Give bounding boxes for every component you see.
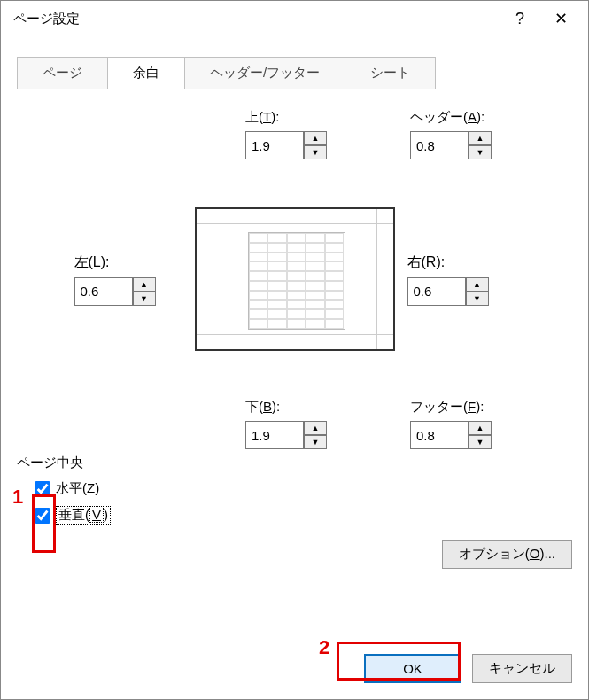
ok-button[interactable]: OK bbox=[364, 654, 461, 683]
bottom-margin-spinner[interactable]: ▲▼ bbox=[245, 421, 327, 449]
tab-sheet[interactable]: シート bbox=[345, 57, 436, 89]
right-margin-input[interactable] bbox=[407, 277, 466, 306]
spin-up-icon[interactable]: ▲ bbox=[469, 421, 492, 435]
spin-down-icon[interactable]: ▼ bbox=[304, 145, 327, 159]
options-button[interactable]: オプション(O)... bbox=[442, 540, 572, 569]
center-vertical-label: 垂直(V) bbox=[56, 506, 111, 525]
center-horizontal-label: 水平(Z) bbox=[56, 480, 99, 497]
preview-grid-icon bbox=[248, 232, 345, 330]
bottom-margin-input[interactable] bbox=[245, 421, 304, 449]
window-title: ページ設定 bbox=[13, 11, 500, 27]
header-margin-spinner[interactable]: ▲▼ bbox=[410, 131, 492, 159]
footer-margin-label: フッター(F): bbox=[410, 399, 492, 416]
tab-margins[interactable]: 余白 bbox=[108, 57, 185, 89]
left-margin-spinner[interactable]: ▲▼ bbox=[74, 277, 156, 306]
right-margin-label: 右(R): bbox=[407, 253, 515, 272]
spin-up-icon[interactable]: ▲ bbox=[133, 277, 156, 292]
margin-preview bbox=[195, 207, 395, 351]
top-margin-spinner[interactable]: ▲▼ bbox=[245, 131, 327, 159]
tab-bar: ページ 余白 ヘッダー/フッター シート bbox=[1, 36, 588, 89]
titlebar: ページ設定 ? ✕ bbox=[1, 1, 588, 36]
spin-down-icon[interactable]: ▼ bbox=[304, 435, 327, 449]
spin-up-icon[interactable]: ▲ bbox=[304, 131, 327, 145]
spin-down-icon[interactable]: ▼ bbox=[466, 292, 489, 306]
center-vertical-checkbox[interactable] bbox=[35, 508, 50, 524]
header-margin-label: ヘッダー(A): bbox=[410, 109, 492, 126]
cancel-button[interactable]: キャンセル bbox=[472, 654, 572, 683]
dialog-footer: OK キャンセル bbox=[1, 643, 588, 699]
footer-margin-spinner[interactable]: ▲▼ bbox=[410, 421, 492, 449]
close-button[interactable]: ✕ bbox=[540, 4, 581, 33]
footer-margin-input[interactable] bbox=[410, 421, 469, 449]
spin-up-icon[interactable]: ▲ bbox=[466, 277, 489, 292]
center-legend: ページ中央 bbox=[17, 455, 572, 471]
help-button[interactable]: ? bbox=[500, 4, 540, 33]
spin-down-icon[interactable]: ▼ bbox=[469, 145, 492, 159]
left-margin-input[interactable] bbox=[74, 277, 133, 306]
page-setup-dialog: ページ設定 ? ✕ ページ 余白 ヘッダー/フッター シート 上(T): ▲▼ … bbox=[0, 0, 589, 700]
bottom-margin-label: 下(B): bbox=[245, 399, 327, 416]
header-margin-input[interactable] bbox=[410, 131, 469, 159]
spin-down-icon[interactable]: ▼ bbox=[133, 292, 156, 306]
spin-up-icon[interactable]: ▲ bbox=[469, 131, 492, 145]
tab-page[interactable]: ページ bbox=[17, 57, 108, 89]
center-horizontal-checkbox[interactable] bbox=[35, 481, 50, 497]
margins-panel: 上(T): ▲▼ ヘッダー(A): ▲▼ 左(L): ▲▼ bbox=[1, 89, 588, 643]
top-margin-label: 上(T): bbox=[245, 109, 327, 126]
tab-header-footer[interactable]: ヘッダー/フッター bbox=[185, 57, 345, 89]
spin-down-icon[interactable]: ▼ bbox=[469, 435, 492, 449]
right-margin-spinner[interactable]: ▲▼ bbox=[407, 277, 489, 306]
top-margin-input[interactable] bbox=[245, 131, 304, 159]
left-margin-label: 左(L): bbox=[74, 253, 182, 272]
spin-up-icon[interactable]: ▲ bbox=[304, 421, 327, 435]
center-horizontal-row[interactable]: 水平(Z) bbox=[35, 480, 572, 497]
center-vertical-row[interactable]: 垂直(V) bbox=[35, 506, 572, 525]
